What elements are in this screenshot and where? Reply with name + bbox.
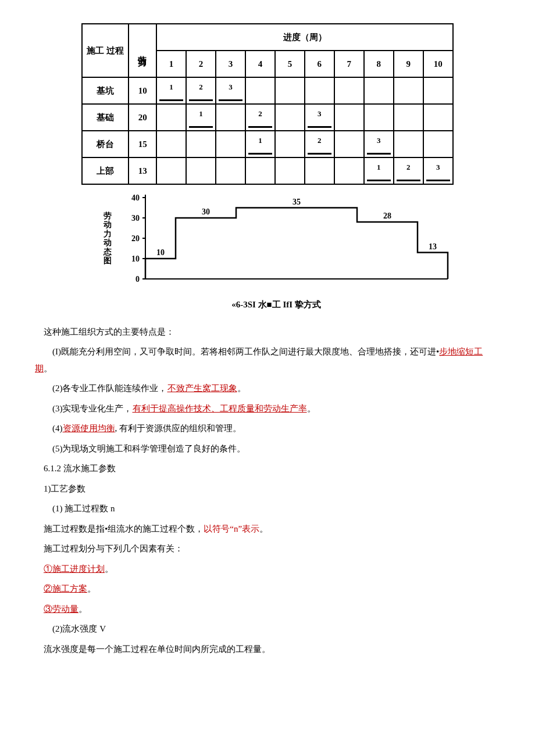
table-row: 桥台15123: [82, 131, 453, 157]
labor-chart: 劳动力动态图 4030201001030352813: [81, 192, 454, 291]
para4: (4)资源使用均衡, 有利于资源供应的组织和管理。: [35, 420, 500, 437]
gantt-bar: [397, 180, 420, 181]
gantt-bar: [248, 153, 272, 155]
sec1-1-p1: 施工过程数是指•组流水的施工过程个数，以符号“n”表示。: [35, 521, 500, 538]
schedule-cell: 3: [216, 77, 245, 104]
schedule-cell: [394, 77, 423, 104]
para3: (3)实现专业化生产，有利于提高操作技术、工程质量和劳动生产率。: [35, 400, 500, 417]
svg-text:35: 35: [293, 198, 301, 206]
schedule-cell: [394, 104, 423, 131]
table-row: 基坑10123: [82, 77, 453, 104]
svg-text:10: 10: [131, 255, 140, 263]
bar-label: 3: [365, 134, 393, 148]
schedule-cell: 1: [364, 157, 394, 184]
schedule-cell: 3: [423, 157, 453, 184]
schedule-cell: [186, 131, 216, 157]
schedule-cell: [245, 157, 275, 184]
schedule-cell: [275, 77, 305, 104]
gantt-bar: [159, 99, 183, 101]
bar-label: 2: [394, 160, 423, 175]
svg-text:30: 30: [131, 214, 140, 223]
labor-value: 13: [129, 157, 156, 184]
schedule-cell: [275, 157, 305, 184]
gantt-bar: [367, 180, 391, 181]
process-name: 基坑: [82, 77, 129, 104]
schedule-cell: [334, 131, 364, 157]
bar-label: 2: [246, 107, 274, 121]
bar-label: 1: [365, 160, 393, 175]
gantt-bar: [248, 126, 272, 128]
sec1-1: (1) 施工过程数 n: [35, 500, 500, 517]
schedule-cell: [394, 131, 423, 157]
sec612: 6.1.2 流水施工参数: [35, 460, 500, 477]
table-row: 上部13123: [82, 157, 453, 184]
schedule-cell: [216, 104, 245, 131]
factor-2: ②施工方案。: [35, 581, 500, 597]
para0: 这种施工组织方式的主要特点是：: [35, 324, 500, 341]
svg-text:40: 40: [131, 194, 140, 202]
schedule-cell: 1: [245, 131, 275, 157]
schedule-cell: [364, 104, 394, 131]
chart-ylabel: 劳动力动态图: [104, 212, 113, 265]
gantt-bar: [219, 99, 242, 101]
process-name: 上部: [82, 157, 129, 184]
hdr-labor: 劳动力: [129, 24, 156, 77]
gantt-bar: [308, 126, 331, 128]
schedule-cell: 2: [394, 157, 423, 184]
para1: (I)既能充分利用空间，又可争取时间。若将相邻两工作队之间进行最大限度地、合理地…: [35, 343, 500, 377]
schedule-cell: [305, 157, 334, 184]
bar-label: 1: [246, 134, 274, 148]
schedule-cell: [423, 104, 453, 131]
svg-text:13: 13: [429, 242, 437, 251]
figure-caption: «6-3SI 水■工 IfI 挚方式: [35, 296, 500, 313]
schedule-cell: [186, 157, 216, 184]
hdr-progress: 进度（周）: [156, 24, 453, 51]
sec1-2: (2)流水强度 V: [35, 621, 500, 637]
schedule-cell: [216, 157, 245, 184]
para2: (2)各专业工作队能连续作业，不致产生窝工现象。: [35, 380, 500, 397]
gantt-bar: [308, 153, 331, 155]
process-name: 基础: [82, 104, 129, 131]
schedule-cell: 1: [186, 104, 216, 131]
labor-value: 20: [129, 104, 156, 131]
factor-1: ①施工进度计划。: [35, 561, 500, 578]
schedule-cell: [216, 131, 245, 157]
gantt-bar: [426, 180, 450, 181]
sec1: 1)工艺参数: [35, 481, 500, 497]
schedule-cell: 2: [305, 131, 334, 157]
bar-label: 3: [424, 160, 452, 175]
schedule-cell: [156, 157, 186, 184]
bar-label: 3: [216, 80, 245, 95]
schedule-cell: [275, 131, 305, 157]
svg-text:0: 0: [135, 275, 140, 284]
bar-label: 1: [157, 80, 186, 95]
hdr-process: 施工 过程: [82, 24, 129, 77]
bar-label: 2: [305, 134, 334, 148]
table-row: 基础20123: [82, 104, 453, 131]
gantt-bar: [367, 153, 391, 155]
bar-label: 1: [187, 107, 215, 121]
schedule-cell: [334, 77, 364, 104]
svg-text:28: 28: [383, 212, 391, 220]
schedule-cell: [156, 131, 186, 157]
schedule-cell: [334, 157, 364, 184]
schedule-cell: [305, 77, 334, 104]
sec1-1-p2: 施工过程划分与下列几个因素有关：: [35, 540, 500, 557]
schedule-cell: [423, 77, 453, 104]
schedule-cell: [423, 131, 453, 157]
process-name: 桥台: [82, 131, 129, 157]
svg-text:30: 30: [202, 207, 210, 216]
svg-text:20: 20: [131, 234, 140, 243]
schedule-cell: 3: [364, 131, 394, 157]
schedule-cell: 2: [245, 104, 275, 131]
schedule-cell: [334, 104, 364, 131]
schedule-cell: [275, 104, 305, 131]
schedule-cell: [364, 77, 394, 104]
bar-label: 3: [305, 107, 334, 121]
schedule-cell: [156, 104, 186, 131]
schedule-cell: 1: [156, 77, 186, 104]
gantt-bar: [189, 126, 213, 128]
chart-svg: 4030201001030352813: [116, 192, 454, 291]
svg-text:10: 10: [156, 248, 165, 257]
para5: (5)为现场文明施工和科学管理创造了良好的条件。: [35, 440, 500, 457]
